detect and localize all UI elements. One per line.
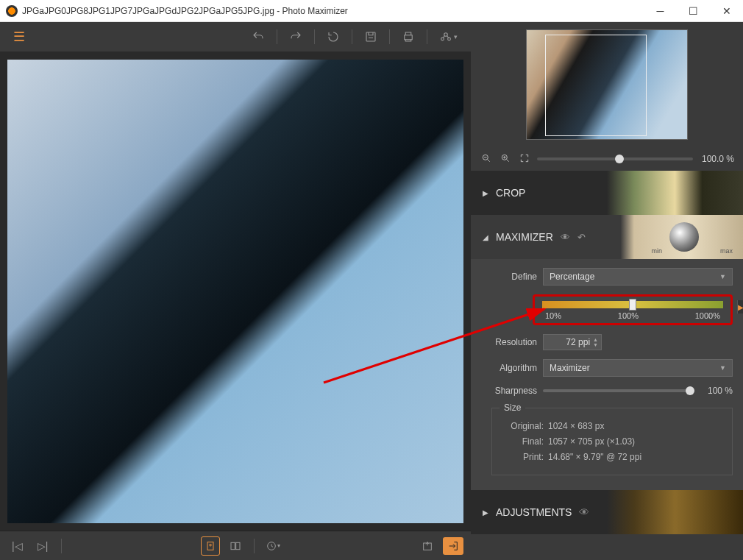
tick-1000: 1000% — [695, 311, 720, 320]
original-value: 1024 × 683 px — [548, 421, 604, 431]
fit-screen-button[interactable] — [518, 153, 531, 166]
crop-panel-header[interactable]: ▶ CROP — [471, 171, 743, 215]
single-view-button[interactable] — [201, 536, 220, 556]
dial-icon — [669, 222, 699, 252]
next-image-button[interactable]: ▷| — [33, 537, 53, 555]
reset-icon[interactable]: ↶ — [577, 232, 586, 243]
image-placeholder — [7, 60, 463, 523]
zoom-bar: 100.0 % — [471, 147, 743, 171]
percent-slider-box: 103.2 % 10% 100% 1000% — [533, 294, 733, 325]
zoom-percent-label: 100.0 % — [699, 154, 734, 164]
zoom-in-button[interactable] — [499, 153, 512, 166]
original-label: Original: — [502, 421, 544, 431]
prev-image-button[interactable]: |◁ — [7, 537, 27, 555]
undo-button[interactable] — [246, 27, 271, 46]
chevron-right-icon: ▶ — [483, 508, 488, 517]
percent-slider[interactable] — [542, 301, 723, 308]
spinner-icon[interactable]: ▲▼ — [593, 337, 598, 347]
apply-exit-button[interactable] — [443, 537, 463, 555]
redo-button[interactable] — [283, 27, 308, 46]
image-canvas[interactable]: ×1.03 — [0, 52, 471, 531]
sharpness-label: Sharpness — [481, 386, 537, 396]
eye-icon[interactable]: 👁 — [561, 232, 570, 243]
preview-area — [471, 22, 743, 147]
tick-100: 100% — [618, 311, 639, 320]
tick-10: 10% — [545, 311, 561, 320]
close-button[interactable]: ✕ — [710, 0, 743, 22]
algorithm-label: Algorithm — [481, 363, 537, 373]
print-button[interactable] — [396, 27, 421, 46]
caret-down-icon: ▼ — [719, 273, 726, 280]
print-label: Print: — [502, 452, 544, 462]
top-toolbar: ☰ ▾ — [0, 22, 471, 52]
dial-min-label: min — [651, 247, 662, 255]
save-button[interactable] — [358, 27, 383, 46]
app-body: ☰ ▾ ×1.03 |◁ ▷| ▾ — [0, 22, 743, 560]
svg-rect-1 — [405, 35, 413, 40]
zoom-out-button[interactable] — [480, 153, 493, 166]
define-value: Percentage — [550, 272, 594, 282]
minimize-button[interactable]: ─ — [644, 0, 677, 22]
eye-icon[interactable]: 👁 — [579, 506, 589, 518]
svg-point-6 — [209, 544, 211, 546]
app-logo-icon — [6, 5, 18, 17]
titlebar: JPGaJPG0JPG8JPG1JPG7JPGaJPGdJPG2JPGaJPG5… — [0, 0, 743, 22]
edge-expand-tab[interactable]: ▶ — [737, 300, 743, 313]
svg-rect-0 — [366, 32, 375, 41]
define-select[interactable]: Percentage ▼ — [543, 268, 733, 286]
chevron-right-icon: ▶ — [483, 189, 488, 197]
print-value: 14.68" × 9.79" @ 72 ppi — [548, 452, 641, 462]
window-title: JPGaJPG0JPG8JPG1JPG7JPGaJPGdJPG2JPGaJPG5… — [22, 6, 644, 16]
maximizer-panel-header[interactable]: ◢ MAXIMIZER 👁 ↶ min max — [471, 215, 743, 259]
crop-title: CROP — [496, 187, 525, 199]
resolution-value: 72 ppi — [566, 337, 590, 347]
final-value: 1057 × 705 px (×1.03) — [548, 436, 635, 447]
dial-max-label: max — [720, 247, 733, 255]
svg-rect-8 — [235, 542, 239, 549]
preview-thumbnail[interactable] — [526, 29, 688, 140]
svg-rect-7 — [231, 542, 235, 549]
maximizer-title: MAXIMIZER — [496, 231, 553, 243]
right-panel: 100.0 % ▶ CROP ◢ MAXIMIZER 👁 ↶ min max D… — [471, 22, 743, 560]
menu-icon[interactable]: ☰ — [7, 26, 31, 48]
sharpness-slider[interactable] — [543, 389, 694, 392]
adjustments-panel-header[interactable]: ▶ ADJUSTMENTS 👁 — [471, 490, 743, 534]
maximize-button[interactable]: ☐ — [677, 0, 710, 22]
resolution-input[interactable]: 72 ppi ▲▼ — [543, 334, 602, 350]
adjustments-title: ADJUSTMENTS — [496, 506, 572, 518]
viewport-rect[interactable] — [545, 35, 647, 136]
bottom-toolbar: |◁ ▷| ▾ — [0, 531, 471, 560]
algorithm-value: Maximizer — [550, 363, 590, 373]
size-legend: Size — [500, 403, 525, 413]
resolution-label: Resolution — [481, 337, 537, 347]
define-label: Define — [481, 272, 537, 282]
zoom-slider[interactable] — [537, 157, 693, 160]
history-button[interactable]: ▾ — [263, 536, 282, 556]
left-pane: ☰ ▾ ×1.03 |◁ ▷| ▾ — [0, 22, 471, 560]
final-label: Final: — [502, 436, 544, 447]
svg-point-3 — [441, 38, 444, 40]
sharpness-value: 100 % — [700, 386, 733, 396]
share-button[interactable]: ▾ — [433, 27, 463, 46]
chevron-down-icon: ◢ — [483, 233, 488, 241]
size-info-box: Size Original:1024 × 683 px Final:1057 ×… — [491, 408, 733, 475]
compare-view-button[interactable] — [226, 536, 245, 556]
maximizer-panel-body: Define Percentage ▼ 103.2 % 10% 100% 100… — [471, 259, 743, 490]
export-button[interactable] — [418, 536, 437, 556]
rotate-button[interactable] — [321, 27, 346, 46]
algorithm-select[interactable]: Maximizer ▼ — [543, 359, 733, 377]
caret-down-icon: ▼ — [719, 364, 726, 372]
